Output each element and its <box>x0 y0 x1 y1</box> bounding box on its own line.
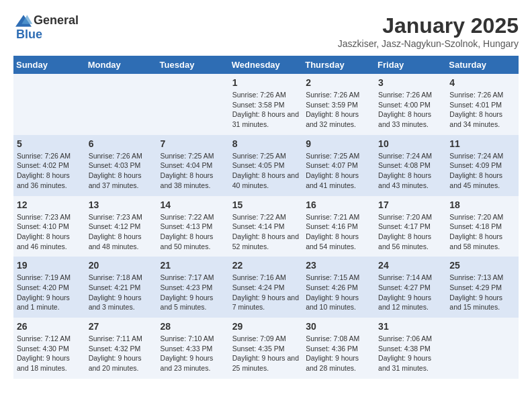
day-of-week-header: Thursday <box>302 56 375 74</box>
day-info: Sunrise: 7:20 AM Sunset: 4:17 PM Dayligh… <box>378 212 443 252</box>
logo: General Blue <box>13 13 79 42</box>
calendar-title: January 2025 <box>338 13 519 38</box>
calendar-week-row: 1Sunrise: 7:26 AM Sunset: 3:58 PM Daylig… <box>13 74 519 135</box>
day-info: Sunrise: 7:08 AM Sunset: 4:36 PM Dayligh… <box>306 334 371 373</box>
day-info: Sunrise: 7:17 AM Sunset: 4:23 PM Dayligh… <box>161 273 226 312</box>
day-of-week-header: Wednesday <box>229 56 302 74</box>
calendar-subtitle: Jaszkiser, Jasz-Nagykun-Szolnok, Hungary <box>338 38 519 49</box>
day-info: Sunrise: 7:19 AM Sunset: 4:20 PM Dayligh… <box>17 273 82 312</box>
calendar-cell <box>157 74 229 135</box>
day-number: 31 <box>378 321 443 332</box>
day-number: 9 <box>306 138 371 149</box>
calendar-cell: 26Sunrise: 7:12 AM Sunset: 4:30 PM Dayli… <box>13 318 85 379</box>
day-number: 30 <box>306 321 371 332</box>
day-info: Sunrise: 7:24 AM Sunset: 4:09 PM Dayligh… <box>449 151 515 191</box>
day-info: Sunrise: 7:22 AM Sunset: 4:14 PM Dayligh… <box>232 212 299 252</box>
calendar-cell: 29Sunrise: 7:09 AM Sunset: 4:35 PM Dayli… <box>229 318 302 379</box>
day-number: 5 <box>17 138 82 149</box>
calendar-week-row: 26Sunrise: 7:12 AM Sunset: 4:30 PM Dayli… <box>13 318 519 379</box>
day-number: 12 <box>17 199 82 210</box>
calendar-cell <box>13 74 85 135</box>
calendar-cell: 24Sunrise: 7:14 AM Sunset: 4:27 PM Dayli… <box>375 257 446 318</box>
day-number: 10 <box>378 138 443 149</box>
calendar-header-row: SundayMondayTuesdayWednesdayThursdayFrid… <box>13 56 519 74</box>
day-info: Sunrise: 7:21 AM Sunset: 4:16 PM Dayligh… <box>306 212 371 252</box>
calendar-cell: 22Sunrise: 7:16 AM Sunset: 4:24 PM Dayli… <box>229 257 302 318</box>
calendar-cell: 21Sunrise: 7:17 AM Sunset: 4:23 PM Dayli… <box>157 257 229 318</box>
day-number: 1 <box>232 77 299 88</box>
day-info: Sunrise: 7:12 AM Sunset: 4:30 PM Dayligh… <box>17 334 82 373</box>
calendar-cell: 1Sunrise: 7:26 AM Sunset: 3:58 PM Daylig… <box>229 74 302 135</box>
calendar-week-row: 5Sunrise: 7:26 AM Sunset: 4:02 PM Daylig… <box>13 135 519 196</box>
day-number: 15 <box>232 199 299 210</box>
day-info: Sunrise: 7:22 AM Sunset: 4:13 PM Dayligh… <box>161 212 226 252</box>
calendar-week-row: 19Sunrise: 7:19 AM Sunset: 4:20 PM Dayli… <box>13 257 519 318</box>
calendar-cell: 28Sunrise: 7:10 AM Sunset: 4:33 PM Dayli… <box>157 318 229 379</box>
day-info: Sunrise: 7:09 AM Sunset: 4:35 PM Dayligh… <box>232 334 299 373</box>
day-info: Sunrise: 7:23 AM Sunset: 4:12 PM Dayligh… <box>89 212 154 252</box>
calendar-cell: 7Sunrise: 7:25 AM Sunset: 4:04 PM Daylig… <box>157 135 229 196</box>
day-number: 28 <box>161 321 226 332</box>
calendar-cell: 25Sunrise: 7:13 AM Sunset: 4:29 PM Dayli… <box>446 257 519 318</box>
day-number: 13 <box>89 199 154 210</box>
day-number: 14 <box>161 199 226 210</box>
day-number: 7 <box>161 138 226 149</box>
day-number: 29 <box>232 321 299 332</box>
title-area: January 2025 Jaszkiser, Jasz-Nagykun-Szo… <box>338 13 519 49</box>
day-number: 22 <box>232 260 299 271</box>
day-info: Sunrise: 7:25 AM Sunset: 4:07 PM Dayligh… <box>306 151 371 191</box>
calendar-cell: 18Sunrise: 7:20 AM Sunset: 4:18 PM Dayli… <box>446 196 519 257</box>
calendar-cell: 10Sunrise: 7:24 AM Sunset: 4:08 PM Dayli… <box>375 135 446 196</box>
day-info: Sunrise: 7:16 AM Sunset: 4:24 PM Dayligh… <box>232 273 299 312</box>
calendar-cell: 16Sunrise: 7:21 AM Sunset: 4:16 PM Dayli… <box>302 196 375 257</box>
day-number: 2 <box>306 77 371 88</box>
day-info: Sunrise: 7:26 AM Sunset: 3:59 PM Dayligh… <box>306 90 371 130</box>
calendar-cell: 19Sunrise: 7:19 AM Sunset: 4:20 PM Dayli… <box>13 257 85 318</box>
calendar-cell: 15Sunrise: 7:22 AM Sunset: 4:14 PM Dayli… <box>229 196 302 257</box>
day-number: 11 <box>449 138 515 149</box>
calendar-table: SundayMondayTuesdayWednesdayThursdayFrid… <box>13 56 519 379</box>
day-number: 21 <box>161 260 226 271</box>
logo-icon <box>13 14 34 28</box>
calendar-cell: 2Sunrise: 7:26 AM Sunset: 3:59 PM Daylig… <box>302 74 375 135</box>
calendar-cell: 20Sunrise: 7:18 AM Sunset: 4:21 PM Dayli… <box>85 257 157 318</box>
calendar-cell: 3Sunrise: 7:26 AM Sunset: 4:00 PM Daylig… <box>375 74 446 135</box>
day-number: 19 <box>17 260 82 271</box>
calendar-cell: 8Sunrise: 7:25 AM Sunset: 4:05 PM Daylig… <box>229 135 302 196</box>
day-of-week-header: Tuesday <box>157 56 229 74</box>
day-info: Sunrise: 7:26 AM Sunset: 4:02 PM Dayligh… <box>17 151 82 191</box>
day-number: 17 <box>378 199 443 210</box>
day-of-week-header: Sunday <box>13 56 85 74</box>
day-info: Sunrise: 7:25 AM Sunset: 4:05 PM Dayligh… <box>232 151 299 191</box>
day-info: Sunrise: 7:06 AM Sunset: 4:38 PM Dayligh… <box>378 334 443 373</box>
day-info: Sunrise: 7:20 AM Sunset: 4:18 PM Dayligh… <box>449 212 515 252</box>
calendar-week-row: 12Sunrise: 7:23 AM Sunset: 4:10 PM Dayli… <box>13 196 519 257</box>
day-info: Sunrise: 7:26 AM Sunset: 4:00 PM Dayligh… <box>378 90 443 130</box>
calendar-cell <box>446 318 519 379</box>
day-number: 4 <box>449 77 515 88</box>
day-number: 26 <box>17 321 82 332</box>
day-info: Sunrise: 7:26 AM Sunset: 4:01 PM Dayligh… <box>449 90 515 130</box>
day-info: Sunrise: 7:25 AM Sunset: 4:04 PM Dayligh… <box>161 151 226 191</box>
calendar-cell: 9Sunrise: 7:25 AM Sunset: 4:07 PM Daylig… <box>302 135 375 196</box>
day-info: Sunrise: 7:26 AM Sunset: 3:58 PM Dayligh… <box>232 90 299 130</box>
logo-general-text: General <box>34 13 79 28</box>
calendar-cell: 23Sunrise: 7:15 AM Sunset: 4:26 PM Dayli… <box>302 257 375 318</box>
day-number: 25 <box>449 260 515 271</box>
day-number: 24 <box>378 260 443 271</box>
day-number: 8 <box>232 138 299 149</box>
day-number: 6 <box>89 138 154 149</box>
calendar-cell: 5Sunrise: 7:26 AM Sunset: 4:02 PM Daylig… <box>13 135 85 196</box>
calendar-cell: 30Sunrise: 7:08 AM Sunset: 4:36 PM Dayli… <box>302 318 375 379</box>
day-number: 27 <box>89 321 154 332</box>
day-of-week-header: Monday <box>85 56 157 74</box>
calendar-cell: 6Sunrise: 7:26 AM Sunset: 4:03 PM Daylig… <box>85 135 157 196</box>
calendar-cell: 4Sunrise: 7:26 AM Sunset: 4:01 PM Daylig… <box>446 74 519 135</box>
calendar-cell: 17Sunrise: 7:20 AM Sunset: 4:17 PM Dayli… <box>375 196 446 257</box>
calendar-cell <box>85 74 157 135</box>
day-info: Sunrise: 7:13 AM Sunset: 4:29 PM Dayligh… <box>449 273 515 312</box>
day-number: 23 <box>306 260 371 271</box>
calendar-cell: 12Sunrise: 7:23 AM Sunset: 4:10 PM Dayli… <box>13 196 85 257</box>
day-number: 16 <box>306 199 371 210</box>
day-info: Sunrise: 7:10 AM Sunset: 4:33 PM Dayligh… <box>161 334 226 373</box>
